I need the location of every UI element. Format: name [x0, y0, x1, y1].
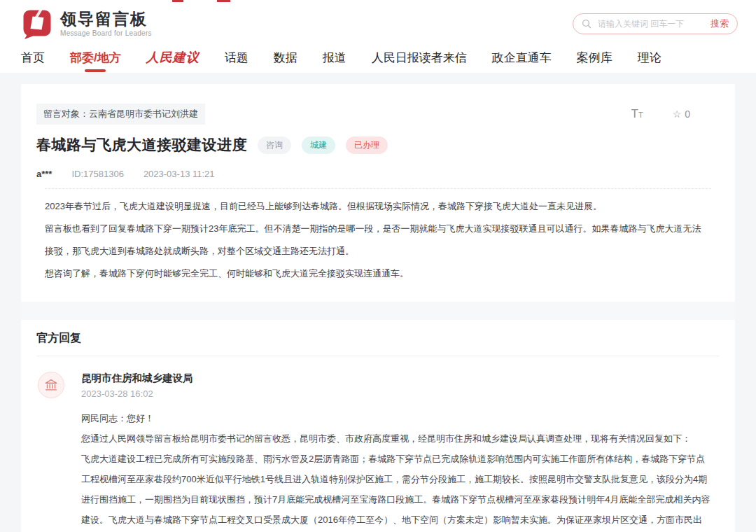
tag-status-handled: 已办理: [346, 136, 388, 154]
government-building-icon: [43, 377, 59, 393]
site-header: 领导留言板 Message Board for Leaders 搜索 首页 部委…: [0, 0, 756, 73]
message-target-tag: 留言对象：云南省昆明市委书记刘洪建: [36, 104, 205, 125]
reply-main: 昆明市住房和城乡建设局 2023-03-28 16:02 网民同志：您好！ 您通…: [81, 372, 715, 532]
message-section: 留言对象：云南省昆明市委书记刘洪建 TT ☆ 0 春城路与飞虎大道接驳建设进度 …: [21, 84, 735, 295]
main-nav: 首页 部委/地方 人民建议 话题 数据 报道 人民日报读者来信 政企直通车 案例…: [0, 42, 756, 73]
nav-item-case-library[interactable]: 案例库: [577, 50, 612, 66]
agency-name: 昆明市住房和城乡建设局: [81, 372, 715, 385]
message-paragraph: 想咨询了解，春城路下穿何时能够完全完工、何时能够和飞虎大道完全接驳实现连通通车。: [45, 262, 710, 285]
logo-text: 领导留言板 Message Board for Leaders: [60, 10, 152, 37]
font-size-large-glyph: T: [631, 107, 638, 120]
message-author: a***: [36, 169, 52, 179]
reply-body: 网民同志：您好！ 您通过人民网领导留言板给昆明市委书记的留言收悉，昆明市委、市政…: [81, 408, 715, 532]
search-button[interactable]: 搜索: [710, 18, 729, 30]
star-icon: ☆: [673, 108, 682, 120]
tag-type-consult: 咨询: [258, 136, 291, 154]
reply-paragraph: 网民同志：您好！: [81, 408, 713, 428]
message-paragraph: 留言板也看到了回复春城路下穿一期预计23年底完工。但不清楚一期指的是哪一段，是否…: [45, 218, 710, 262]
nav-item-gov-business-line[interactable]: 政企直通车: [492, 50, 552, 66]
message-paragraph: 2023年春节过后，飞虎大道建设明显提速，目前已经马上能够到达春城路。但根据现场…: [45, 195, 710, 218]
reply-timestamp: 2023-03-28 16:02: [81, 388, 715, 399]
message-title: 春城路与飞虎大道接驳建设进度: [36, 135, 247, 155]
nav-item-theory[interactable]: 理论: [638, 50, 662, 66]
nav-item-reports[interactable]: 报道: [323, 50, 346, 66]
font-size-toggle[interactable]: TT: [631, 107, 643, 121]
message-tools: TT ☆ 0: [631, 107, 720, 121]
reply-paragraph: 您通过人民网领导留言板给昆明市委书记的留言收悉，昆明市委、市政府高度重视，经昆明…: [81, 428, 713, 449]
section-separator-band: [21, 302, 735, 320]
reply-paragraph: 飞虎大道建设工程已完成所有可实施段路基、雨污水管及2层沥青路面；春城路下穿节点已…: [81, 449, 713, 532]
official-reply-heading: 官方回复: [36, 331, 720, 346]
cropped-red-tab-1: [172, 0, 183, 2]
message-body: 2023年春节过后，飞虎大道建设明显提速，目前已经马上能够到达春城路。但根据现场…: [36, 189, 720, 295]
site-logo[interactable]: 领导留言板 Message Board for Leaders: [21, 8, 152, 40]
reply-item: 昆明市住房和城乡建设局 2023-03-28 16:02 网民同志：您好！ 您通…: [36, 356, 720, 532]
favorite-button[interactable]: ☆ 0: [673, 108, 690, 120]
message-id: ID:17581306: [71, 169, 123, 179]
favorite-count: 0: [685, 108, 690, 120]
official-reply-section: 官方回复 昆明市住房和: [21, 320, 735, 532]
nav-item-reader-letters[interactable]: 人民日报读者来信: [372, 50, 467, 66]
font-size-small-glyph: T: [638, 111, 643, 119]
agency-avatar: [38, 372, 64, 398]
page-content: 留言对象：云南省昆明市委书记刘洪建 TT ☆ 0 春城路与飞虎大道接驳建设进度 …: [0, 73, 756, 532]
nav-item-topics[interactable]: 话题: [225, 50, 248, 66]
message-timestamp: 2023-03-13 11:21: [144, 169, 215, 179]
search-box: 搜索: [573, 13, 738, 34]
message-meta: a*** ID:17581306 2023-03-13 11:21: [36, 169, 720, 179]
nav-item-ministries-regions[interactable]: 部委/地方: [70, 50, 121, 66]
message-card: 留言对象：云南省昆明市委书记刘洪建 TT ☆ 0 春城路与飞虎大道接驳建设进度 …: [21, 84, 735, 532]
cropped-red-tab-2: [217, 0, 230, 2]
nav-item-home[interactable]: 首页: [21, 50, 45, 66]
nav-item-data[interactable]: 数据: [274, 50, 298, 66]
search-icon: [582, 19, 592, 29]
search-input[interactable]: [596, 18, 706, 29]
logo-speech-bubble-icon: [21, 8, 53, 40]
logo-subtitle: Message Board for Leaders: [60, 29, 152, 37]
tag-category-urban-construction: 城建: [302, 136, 335, 154]
nav-item-peoples-suggestions[interactable]: 人民建议: [146, 49, 200, 66]
logo-title: 领导留言板: [60, 10, 152, 28]
